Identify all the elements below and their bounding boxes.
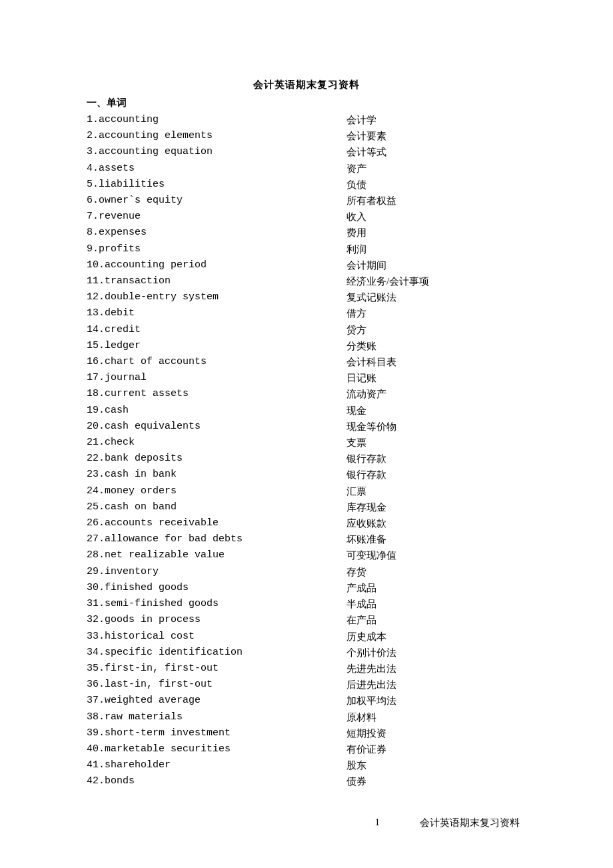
vocab-row: 37.weighted average加权平均法	[87, 693, 526, 709]
vocab-term-zh: 可变现净值	[346, 547, 526, 563]
vocab-term-en: 33.historical cost	[87, 629, 346, 645]
vocab-term-zh: 原材料	[346, 709, 526, 725]
vocab-row: 4.assets资产	[87, 161, 526, 177]
vocab-term-zh: 债券	[346, 773, 526, 789]
vocab-term-zh: 复式记账法	[346, 289, 526, 305]
vocab-row: 38.raw materials原材料	[87, 709, 526, 725]
vocab-row: 24.money orders汇票	[87, 483, 526, 499]
vocab-term-zh: 历史成本	[346, 629, 526, 645]
vocab-term-zh: 借方	[346, 305, 526, 321]
vocab-row: 39.short-term investment短期投资	[87, 725, 526, 741]
vocab-row: 31.semi-finished goods半成品	[87, 596, 526, 612]
vocab-row: 27.allowance for bad debts坏账准备	[87, 531, 526, 547]
footer-page-number: 1	[87, 817, 420, 829]
vocab-term-en: 14.credit	[87, 322, 346, 338]
vocab-row: 1.accounting会计学	[87, 112, 526, 128]
vocab-term-zh: 贷方	[346, 322, 526, 338]
vocab-term-en: 11.transaction	[87, 273, 346, 289]
vocab-term-en: 15.ledger	[87, 338, 346, 354]
vocab-term-en: 3.accounting equation	[87, 144, 346, 160]
vocab-term-zh: 短期投资	[346, 725, 526, 741]
vocab-term-zh: 会计学	[346, 112, 526, 128]
vocab-term-en: 25.cash on band	[87, 499, 346, 515]
vocab-term-zh: 银行存款	[346, 451, 526, 467]
vocab-row: 29.inventory存货	[87, 564, 526, 580]
vocab-row: 22.bank deposits银行存款	[87, 451, 526, 467]
vocab-term-en: 22.bank deposits	[87, 451, 346, 467]
vocab-term-en: 28.net realizable value	[87, 547, 346, 563]
vocab-row: 15.ledger分类账	[87, 338, 526, 354]
vocab-term-en: 20.cash equivalents	[87, 419, 346, 435]
vocab-row: 5.liabilities负债	[87, 177, 526, 193]
vocab-term-en: 8.expenses	[87, 225, 346, 241]
vocab-term-zh: 费用	[346, 225, 526, 241]
vocab-term-en: 10.accounting period	[87, 257, 346, 273]
vocab-term-en: 27.allowance for bad debts	[87, 531, 346, 547]
vocab-term-en: 36.last-in, first-out	[87, 677, 346, 693]
vocab-term-zh: 分类账	[346, 338, 526, 354]
document-page: 会计英语期末复习资料 一、单词 1.accounting会计学2.account…	[0, 0, 613, 856]
vocab-row: 10.accounting period会计期间	[87, 257, 526, 273]
vocab-term-zh: 股东	[346, 757, 526, 773]
vocab-term-en: 4.assets	[87, 161, 346, 177]
vocab-row: 2.accounting elements会计要素	[87, 128, 526, 144]
vocab-term-zh: 半成品	[346, 596, 526, 612]
vocab-term-zh: 银行存款	[346, 467, 526, 483]
vocab-row: 26.accounts receivable应收账款	[87, 515, 526, 531]
vocab-term-en: 32.goods in process	[87, 612, 346, 628]
vocab-term-zh: 流动资产	[346, 386, 526, 402]
vocab-term-zh: 所有者权益	[346, 193, 526, 209]
vocab-row: 7.revenue收入	[87, 209, 526, 225]
vocab-term-en: 16.chart of accounts	[87, 354, 346, 370]
vocab-row: 20.cash equivalents现金等价物	[87, 419, 526, 435]
vocab-row: 42.bonds债券	[87, 773, 526, 789]
vocab-row: 17.journal日记账	[87, 370, 526, 386]
vocab-row: 23.cash in bank银行存款	[87, 467, 526, 483]
vocab-term-en: 17.journal	[87, 370, 346, 386]
vocab-term-zh: 收入	[346, 209, 526, 225]
vocab-term-zh: 资产	[346, 161, 526, 177]
vocab-row: 6.owner`s equity所有者权益	[87, 193, 526, 209]
vocab-row: 25.cash on band库存现金	[87, 499, 526, 515]
vocab-term-zh: 会计等式	[346, 144, 526, 160]
vocab-term-zh: 日记账	[346, 370, 526, 386]
vocab-term-zh: 会计要素	[346, 128, 526, 144]
vocab-row: 30.finished goods产成品	[87, 580, 526, 596]
vocab-term-en: 19.cash	[87, 403, 346, 419]
vocab-row: 3.accounting equation会计等式	[87, 144, 526, 160]
vocab-term-en: 23.cash in bank	[87, 467, 346, 483]
vocab-row: 8.expenses费用	[87, 225, 526, 241]
vocab-row: 34.specific identification个别计价法	[87, 645, 526, 661]
vocab-term-zh: 会计期间	[346, 257, 526, 273]
page-title: 会计英语期末复习资料	[87, 79, 526, 91]
vocab-term-zh: 现金等价物	[346, 419, 526, 435]
vocab-term-en: 2.accounting elements	[87, 128, 346, 144]
vocab-term-zh: 加权平均法	[346, 693, 526, 709]
vocab-term-en: 12.double-entry system	[87, 289, 346, 305]
vocab-term-en: 37.weighted average	[87, 693, 346, 709]
vocab-row: 12.double-entry system复式记账法	[87, 289, 526, 305]
vocab-term-en: 18.current assets	[87, 386, 346, 402]
vocab-row: 21.check支票	[87, 435, 526, 451]
vocab-row: 13.debit借方	[87, 305, 526, 321]
vocab-term-en: 34.specific identification	[87, 645, 346, 661]
vocab-row: 36.last-in, first-out后进先出法	[87, 677, 526, 693]
vocab-row: 11.transaction经济业务/会计事项	[87, 273, 526, 289]
vocab-row: 32.goods in process在产品	[87, 612, 526, 628]
vocab-row: 41.shareholder股东	[87, 757, 526, 773]
vocab-term-zh: 有价证券	[346, 741, 526, 757]
vocab-row: 40.marketable securities有价证券	[87, 741, 526, 757]
vocab-term-en: 29.inventory	[87, 564, 346, 580]
vocab-term-en: 38.raw materials	[87, 709, 346, 725]
vocab-term-zh: 个别计价法	[346, 645, 526, 661]
vocab-term-zh: 坏账准备	[346, 531, 526, 547]
vocab-term-zh: 后进先出法	[346, 677, 526, 693]
vocab-row: 14.credit贷方	[87, 322, 526, 338]
vocab-term-zh: 现金	[346, 403, 526, 419]
vocab-term-en: 24.money orders	[87, 483, 346, 499]
vocab-term-en: 6.owner`s equity	[87, 193, 346, 209]
vocab-term-en: 31.semi-finished goods	[87, 596, 346, 612]
vocab-list: 1.accounting会计学2.accounting elements会计要素…	[87, 112, 526, 790]
vocab-row: 16.chart of accounts会计科目表	[87, 354, 526, 370]
vocab-term-en: 39.short-term investment	[87, 725, 346, 741]
